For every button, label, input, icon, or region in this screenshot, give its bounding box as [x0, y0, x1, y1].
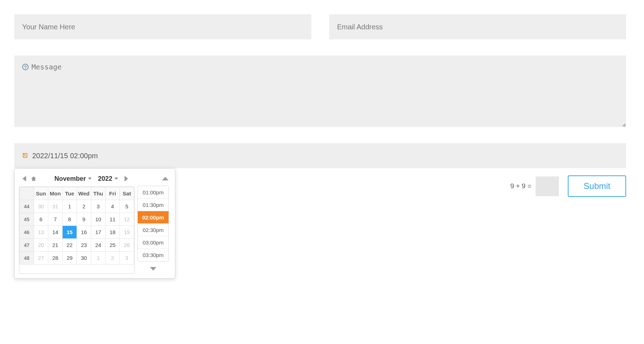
week-number: 48 [20, 252, 34, 265]
day-cell[interactable]: 28 [48, 252, 63, 265]
message-textarea[interactable] [29, 63, 618, 120]
captcha-question: 9 + 9 = [510, 182, 531, 190]
message-field-wrap: ? [14, 55, 626, 127]
week-number: 46 [20, 226, 34, 239]
time-option[interactable]: 03:00pm [138, 236, 169, 249]
time-option[interactable]: 01:30pm [138, 199, 169, 211]
day-cell[interactable]: 4 [106, 200, 120, 213]
day-cell[interactable]: 30 [34, 200, 48, 213]
year-select[interactable]: 2022 [98, 175, 118, 183]
weekday-header: Sat [120, 187, 134, 200]
month-label: November [54, 175, 86, 183]
resize-handle-icon [620, 121, 625, 126]
time-list: 01:00pm01:30pm02:00pm02:30pm03:00pm03:30… [137, 186, 169, 262]
prev-month-button[interactable] [23, 176, 26, 181]
weekday-header: Wed [77, 187, 91, 200]
year-label: 2022 [98, 175, 112, 183]
captcha: 9 + 9 = [510, 176, 559, 196]
time-option[interactable]: 01:00pm [138, 186, 169, 199]
day-cell[interactable]: 2 [106, 252, 120, 265]
day-cell[interactable]: 26 [120, 239, 134, 252]
chevron-down-icon [88, 178, 92, 180]
day-cell[interactable]: 6 [34, 213, 48, 226]
day-cell[interactable]: 27 [34, 252, 48, 265]
datetime-field-wrap [14, 143, 626, 168]
day-cell[interactable]: 11 [106, 213, 120, 226]
day-cell[interactable]: 2 [77, 200, 91, 213]
time-scroll-up-button[interactable] [162, 177, 169, 180]
day-cell[interactable]: 14 [48, 226, 63, 239]
datetime-picker-popup: November 2022 SunMonTueWedThuFriSat44303… [14, 168, 175, 278]
weekday-header: Sun [34, 187, 48, 200]
help-icon[interactable]: ? [22, 64, 29, 70]
email-field-wrap [329, 14, 626, 39]
day-cell[interactable]: 30 [77, 252, 91, 265]
day-cell[interactable]: 10 [91, 213, 106, 226]
day-cell[interactable]: 13 [34, 226, 48, 239]
name-input[interactable] [22, 14, 303, 39]
captcha-input[interactable] [536, 176, 559, 196]
day-cell[interactable]: 18 [106, 226, 120, 239]
next-month-button[interactable] [125, 176, 128, 181]
day-cell[interactable]: 9 [77, 213, 91, 226]
day-cell[interactable]: 22 [63, 239, 77, 252]
time-scroll-down-button[interactable] [150, 267, 156, 271]
day-cell[interactable]: 8 [63, 213, 77, 226]
week-number: 45 [20, 213, 34, 226]
day-cell[interactable]: 17 [91, 226, 106, 239]
name-field-wrap [14, 14, 311, 39]
chevron-down-icon [114, 178, 118, 180]
day-cell[interactable]: 3 [91, 200, 106, 213]
time-option[interactable]: 02:00pm [138, 211, 169, 224]
month-select[interactable]: November [54, 175, 92, 183]
week-number: 44 [20, 200, 34, 213]
datetime-input[interactable] [32, 143, 618, 168]
day-cell[interactable]: 3 [120, 252, 134, 265]
day-cell[interactable]: 29 [63, 252, 77, 265]
calendar-icon [22, 152, 29, 159]
day-cell[interactable]: 19 [120, 226, 134, 239]
day-cell[interactable]: 31 [48, 200, 63, 213]
weekday-header: Thu [91, 187, 106, 200]
day-cell[interactable]: 21 [48, 239, 63, 252]
day-cell[interactable]: 25 [106, 239, 120, 252]
day-cell[interactable]: 1 [91, 252, 106, 265]
day-cell[interactable]: 16 [77, 226, 91, 239]
day-cell[interactable]: 24 [91, 239, 106, 252]
email-input[interactable] [337, 14, 618, 39]
day-cell[interactable]: 23 [77, 239, 91, 252]
weekday-header: Tue [63, 187, 77, 200]
day-cell[interactable]: 20 [34, 239, 48, 252]
submit-button[interactable]: Submit [568, 175, 626, 197]
day-cell[interactable]: 5 [120, 200, 134, 213]
day-cell[interactable]: 1 [63, 200, 77, 213]
weekday-header: Fri [106, 187, 120, 200]
time-option[interactable]: 02:30pm [138, 224, 169, 236]
day-cell[interactable]: 7 [48, 213, 63, 226]
time-option[interactable]: 03:30pm [138, 249, 169, 261]
weekday-header: Mon [48, 187, 63, 200]
today-button[interactable] [30, 176, 37, 181]
day-cell[interactable]: 15 [63, 226, 77, 239]
week-number: 47 [20, 239, 34, 252]
calendar-grid: SunMonTueWedThuFriSat4430311234545678910… [19, 186, 135, 274]
day-cell[interactable]: 12 [120, 213, 134, 226]
